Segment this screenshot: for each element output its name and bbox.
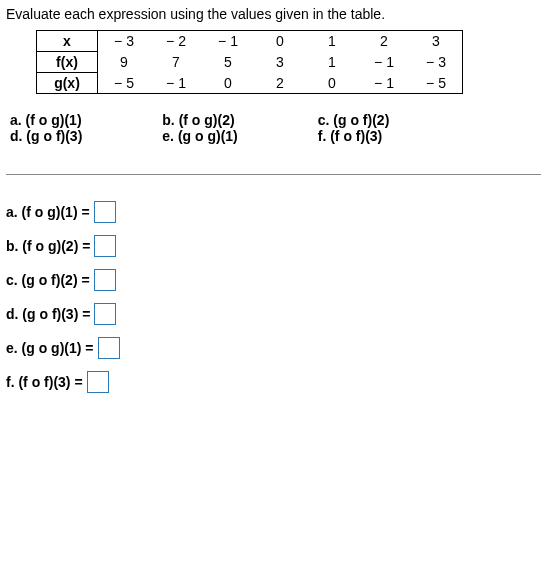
values-table: x − 3 − 2 − 1 0 1 2 3 f(x) 9 7 5 3 1 − 1… (36, 30, 463, 94)
cell: 2 (254, 73, 306, 94)
cell: − 3 (98, 31, 151, 52)
answer-c-input[interactable] (94, 269, 116, 291)
answer-c-label: c. (g o f)(2) = (6, 272, 90, 288)
cell: − 1 (150, 73, 202, 94)
problem-c: c. (g o f)(2) (318, 112, 390, 128)
cell: 2 (358, 31, 410, 52)
answer-a-label: a. (f o g)(1) = (6, 204, 90, 220)
cell: − 3 (410, 52, 463, 73)
problem-list: a. (f o g)(1) d. (g o f)(3) b. (f o g)(2… (10, 112, 541, 144)
cell: − 2 (150, 31, 202, 52)
answer-d-input[interactable] (94, 303, 116, 325)
instruction-text: Evaluate each expression using the value… (6, 6, 541, 22)
cell: 7 (150, 52, 202, 73)
answer-b-input[interactable] (94, 235, 116, 257)
divider (6, 174, 541, 175)
problem-f: f. (f o f)(3) (318, 128, 390, 144)
answer-f-input[interactable] (87, 371, 109, 393)
cell: − 1 (202, 31, 254, 52)
cell: − 5 (98, 73, 151, 94)
problem-a: a. (f o g)(1) (10, 112, 82, 128)
answer-b-label: b. (f o g)(2) = (6, 238, 90, 254)
cell: 0 (306, 73, 358, 94)
answer-e-input[interactable] (98, 337, 120, 359)
cell: 0 (202, 73, 254, 94)
cell: − 1 (358, 52, 410, 73)
problem-e: e. (g o g)(1) (162, 128, 237, 144)
answer-f-label: f. (f o f)(3) = (6, 374, 83, 390)
row-header-f: f(x) (37, 52, 98, 73)
answer-a-input[interactable] (94, 201, 116, 223)
cell: 3 (254, 52, 306, 73)
cell: 9 (98, 52, 151, 73)
problem-b: b. (f o g)(2) (162, 112, 237, 128)
cell: − 1 (358, 73, 410, 94)
cell: 5 (202, 52, 254, 73)
cell: 1 (306, 52, 358, 73)
answer-e-label: e. (g o g)(1) = (6, 340, 94, 356)
cell: − 5 (410, 73, 463, 94)
row-header-x: x (37, 31, 98, 52)
problem-d: d. (g o f)(3) (10, 128, 82, 144)
cell: 3 (410, 31, 463, 52)
row-header-g: g(x) (37, 73, 98, 94)
cell: 1 (306, 31, 358, 52)
cell: 0 (254, 31, 306, 52)
answer-d-label: d. (g o f)(3) = (6, 306, 90, 322)
